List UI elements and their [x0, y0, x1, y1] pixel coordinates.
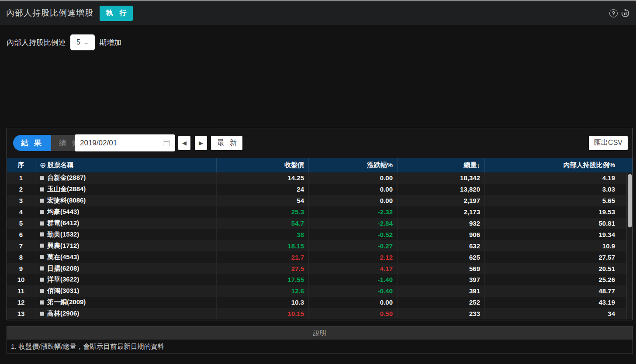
table-row[interactable]: 2玉山金(2884)240.0013,8203.03 [7, 184, 633, 195]
cell-seq: 9 [7, 263, 35, 274]
page-title: 內部人持股比例連增股 [6, 7, 93, 19]
table-scrollbar-thumb[interactable] [628, 174, 632, 227]
cell-stock-name: 洋華(3622) [35, 274, 217, 285]
table-row[interactable]: 12第一銅(2009)10.30.0025243.19 [7, 297, 633, 308]
table-row[interactable]: 6勤美(1532)38-0.5290619.34 [7, 229, 633, 240]
cell-seq: 10 [7, 274, 35, 285]
cell-close: 54.7 [217, 218, 309, 229]
note-header[interactable]: 說明 [7, 326, 633, 340]
stock-name-label: 宏捷科(8086) [47, 196, 86, 205]
cell-insider-ratio: 20.51 [485, 263, 633, 274]
cell-stock-name: 群電(6412) [35, 218, 217, 229]
cell-close: 10.3 [217, 297, 309, 308]
date-input-value: 2019/02/01 [80, 139, 163, 148]
stock-checkbox-icon[interactable] [40, 289, 44, 293]
stock-checkbox-icon[interactable] [40, 221, 44, 226]
cell-volume: 569 [398, 263, 485, 274]
cell-stock-name: 佰鴻(3031) [35, 285, 217, 297]
export-csv-button[interactable]: 匯出CSV [589, 136, 628, 150]
table-row[interactable]: 4均豪(5443)25.3-2.322,17319.53 [7, 206, 633, 218]
stock-checkbox-icon[interactable] [40, 266, 44, 271]
stock-name-label: 日揚(6208) [47, 264, 79, 273]
col-header-volume[interactable]: 總量 ↓ [398, 158, 485, 172]
col-header-volume-label: 總量 [464, 161, 477, 169]
cell-seq: 2 [7, 184, 35, 195]
cell-seq: 12 [7, 297, 35, 308]
cell-close: 12.6 [217, 285, 309, 297]
col-header-stock-name[interactable]: ⊕ 股票名稱 [35, 158, 217, 172]
table-scrollbar[interactable] [626, 172, 633, 319]
run-button[interactable]: 執 行 [100, 6, 133, 21]
stock-checkbox-icon[interactable] [40, 199, 44, 203]
cell-insider-ratio: 3.03 [485, 184, 633, 195]
filter-label-prefix: 內部人持股比例連 [7, 38, 66, 48]
note-text: 1. 收盤價/漲跌幅/總量，會顯示目前最新日期的資料 [7, 340, 633, 354]
top-icons: ? [609, 9, 630, 18]
stock-checkbox-icon[interactable] [40, 244, 44, 248]
table-row[interactable]: 13高林(2906)10.150.5023334 [7, 308, 633, 319]
cell-stock-name: 第一銅(2009) [35, 297, 217, 308]
period-select[interactable]: 5 ⌄ [70, 34, 95, 50]
cell-close: 21.7 [217, 251, 309, 263]
cell-change: 0.00 [309, 195, 398, 206]
refresh-chart-icon[interactable] [621, 9, 630, 18]
add-circle-icon[interactable]: ⊕ [40, 161, 46, 170]
stock-checkbox-icon[interactable] [40, 232, 44, 237]
stock-name-label: 萬在(4543) [47, 253, 79, 261]
table-row[interactable]: 1台新金(2887)14.250.0018,3424.19 [7, 172, 633, 184]
cell-change: -0.27 [309, 240, 398, 251]
stock-checkbox-icon[interactable] [40, 300, 44, 305]
cell-seq: 1 [7, 172, 35, 184]
stock-name-label: 佰鴻(3031) [47, 287, 79, 295]
date-input[interactable]: 2019/02/01 [75, 134, 175, 151]
cell-stock-name: 興農(1712) [35, 240, 217, 251]
cell-volume: 252 [398, 297, 485, 308]
col-header-insider-ratio[interactable]: 內部人持股比例% [485, 158, 633, 172]
prev-date-button[interactable]: ◀ [178, 136, 190, 150]
cell-seq: 6 [7, 229, 35, 240]
cell-seq: 11 [7, 285, 35, 297]
tab-results[interactable]: 結 果 [13, 135, 51, 151]
cell-volume: 906 [398, 229, 485, 240]
cell-insider-ratio: 27.57 [485, 251, 633, 263]
table-row[interactable]: 9日揚(6208)27.54.1756920.51 [7, 263, 633, 274]
next-date-button[interactable]: ▶ [195, 136, 207, 150]
cell-change: 0.00 [309, 184, 398, 195]
cell-change: 0.00 [309, 172, 398, 184]
table-row[interactable]: 11佰鴻(3031)12.6-0.4039148.77 [7, 285, 633, 297]
stock-checkbox-icon[interactable] [40, 176, 44, 180]
table-row[interactable]: 5群電(6412)54.7-2.8493250.81 [7, 218, 633, 229]
cell-stock-name: 均豪(5443) [35, 206, 217, 218]
table-row[interactable]: 3宏捷科(8086)540.002,1975.65 [7, 195, 633, 206]
cell-insider-ratio: 19.34 [485, 229, 633, 240]
stock-name-label: 勤美(1532) [47, 230, 79, 239]
cell-change: 0.00 [309, 297, 398, 308]
col-header-stock-name-label: 股票名稱 [47, 161, 73, 169]
help-icon[interactable]: ? [609, 9, 618, 17]
col-header-change[interactable]: 漲跌幅% [309, 158, 398, 172]
cell-volume: 2,173 [398, 206, 485, 218]
table-row[interactable]: 8萬在(4543)21.72.1262527.57 [7, 251, 633, 263]
stock-checkbox-icon[interactable] [40, 210, 44, 214]
cell-seq: 13 [7, 308, 35, 319]
col-header-close[interactable]: 收盤價 [217, 158, 309, 172]
stock-checkbox-icon[interactable] [40, 255, 44, 259]
cell-volume: 625 [398, 251, 485, 263]
cell-change: -1.40 [309, 274, 398, 285]
col-header-seq[interactable]: 序 [7, 158, 35, 172]
cell-stock-name: 高林(2906) [35, 308, 217, 319]
table-row[interactable]: 7興農(1712)18.15-0.2763210.9 [7, 240, 633, 251]
stock-name-label: 台新金(2887) [47, 174, 86, 182]
table-row[interactable]: 10洋華(3622)17.55-1.4039725.26 [7, 274, 633, 285]
cell-close: 14.25 [217, 172, 309, 184]
stock-checkbox-icon[interactable] [40, 312, 44, 316]
cell-insider-ratio: 19.53 [485, 206, 633, 218]
cell-change: -0.52 [309, 229, 398, 240]
cell-volume: 2,197 [398, 195, 485, 206]
stock-checkbox-icon[interactable] [40, 278, 44, 282]
latest-button[interactable]: 最 新 [211, 136, 242, 150]
cell-insider-ratio: 5.65 [485, 195, 633, 206]
cell-change: -2.84 [309, 218, 398, 229]
stock-checkbox-icon[interactable] [40, 187, 44, 192]
cell-seq: 3 [7, 195, 35, 206]
